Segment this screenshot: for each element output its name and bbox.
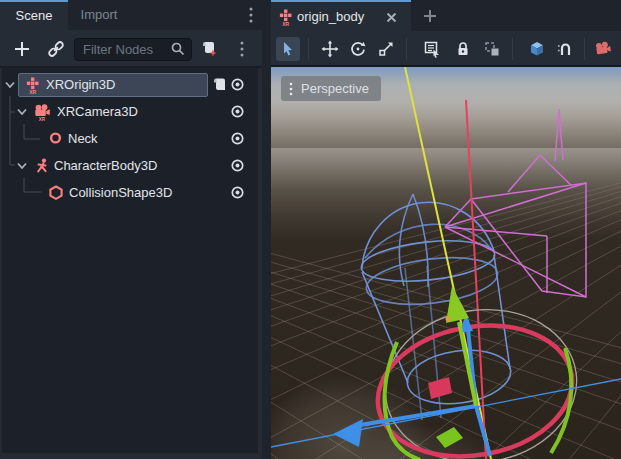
script-icon[interactable] [212,77,227,93]
svg-text:XR: XR [29,89,36,94]
chevron-down-icon[interactable] [16,161,28,171]
viewport-toolbar [271,31,621,67]
dock-menu-kebab-icon[interactable] [244,4,258,26]
visibility-eye-icon[interactable] [230,158,245,173]
toolbar-separator [584,38,585,60]
search-icon [170,41,186,57]
viewport-canvas [271,67,621,459]
viewport-3d[interactable]: Perspective [271,67,621,459]
scale-tool-icon [377,40,395,58]
attach-script-button[interactable] [197,37,221,61]
instantiate-scene-button[interactable] [44,37,68,61]
move-tool-button[interactable] [318,37,342,61]
visibility-eye-icon[interactable] [230,185,245,200]
origin-point-dot [446,317,451,322]
godot-editor-window: Scene Import [0,0,621,459]
node-label: Neck [68,131,98,146]
close-icon[interactable] [385,11,398,24]
svg-text:XR: XR [39,117,46,121]
collision-shape-icon [48,185,64,201]
tab-scene[interactable]: Scene [0,0,68,30]
local-space-cube-icon [528,40,546,58]
list-select-button[interactable] [420,37,444,61]
visibility-eye-icon[interactable] [230,104,245,119]
group-button[interactable] [480,37,504,61]
link-icon [46,39,66,59]
camera-preview-button[interactable] [591,37,615,61]
add-scene-tab-button[interactable] [422,8,438,24]
svg-text:XR: XR [282,21,289,26]
scene-tab-label: origin_body [297,9,364,24]
perspective-button[interactable]: Perspective [281,76,381,101]
main-viewport-panel: XR origin_body [262,0,621,459]
tree-row-collisionshape3d[interactable]: CollisionShape3D [2,180,258,206]
camera-preview-icon [594,40,612,58]
scale-tool-button[interactable] [374,37,398,61]
perspective-label: Perspective [301,81,369,96]
chevron-down-icon[interactable] [4,80,16,90]
visibility-eye-icon[interactable] [230,77,245,92]
snap-toggle-button[interactable] [553,37,577,61]
tree-row-neck[interactable]: Neck [2,126,258,152]
tab-import[interactable]: Import [68,0,130,30]
scene-dock: Scene Import [0,0,262,459]
select-tool-button[interactable] [276,37,300,61]
toolbar-separator [406,38,407,60]
visibility-eye-icon[interactable] [230,131,245,146]
snap-magnet-icon [556,40,574,58]
scene-tree-menu-kebab-icon[interactable] [230,37,254,61]
xr-origin-icon: XR [278,9,294,26]
rotate-tool-icon [349,40,367,58]
kebab-menu-icon [287,81,295,97]
marker-icon [48,131,63,146]
dock-tab-bar: Scene Import [0,0,262,30]
rotate-tool-button[interactable] [346,37,370,61]
node-label: CharacterBody3D [54,158,157,173]
scene-tab-origin-body[interactable]: XR origin_body [271,0,411,31]
list-select-icon [423,40,441,58]
node-label: XRCamera3D [57,104,138,119]
scene-tab-bar: XR origin_body [271,0,621,31]
lock-icon [454,40,472,58]
group-icon [483,40,501,58]
plus-icon [422,8,438,24]
toolbar-separator [512,38,513,60]
select-tool-icon [279,40,297,58]
move-tool-icon [321,40,339,58]
scene-dock-toolbar [0,30,262,68]
node-label: XROrigin3D [46,77,115,92]
xr-origin-icon: XR [25,77,41,94]
toolbar-separator [308,38,309,60]
lock-button[interactable] [451,37,475,61]
node-label: CollisionShape3D [69,185,172,200]
character-body-icon [35,158,50,174]
tree-row-xrcamera3d[interactable]: XR XRCamera3D [2,99,258,125]
tree-row-characterbody3d[interactable]: CharacterBody3D [2,153,258,179]
add-node-button[interactable] [10,37,34,61]
chevron-down-icon[interactable] [16,107,28,117]
script-star-icon [200,40,218,58]
local-space-toggle-button[interactable] [525,37,549,61]
xr-camera-icon: XR [34,104,51,121]
plus-icon [13,40,31,58]
scene-tree: XR XROrigin3D [2,68,258,453]
tree-row-xrorigin3d[interactable]: XR XROrigin3D [2,72,258,98]
